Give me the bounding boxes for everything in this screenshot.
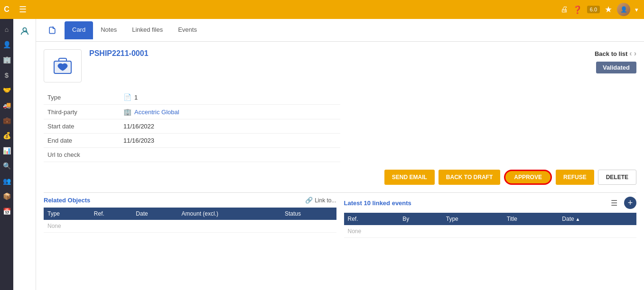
related-objects-table: Type Ref. Date Amount (excl.) Status Non…	[44, 208, 336, 233]
help-icon[interactable]: ❓	[573, 5, 582, 14]
linked-events-empty-row: None	[344, 225, 637, 238]
tab-events[interactable]: Events	[170, 21, 205, 39]
related-objects-actions: 🔗 Link to...	[305, 197, 336, 204]
menu-icon[interactable]: ☰	[19, 4, 27, 15]
events-menu-icon[interactable]: ☰	[608, 197, 620, 209]
dark-sidebar: C ⌂ 👤 🏢 $ 🤝 🚚 💼 💰 📊 🔍 👥 📦 📅	[0, 0, 13, 290]
record-header: PSHIP2211-0001 Back to list ‹ › Validate…	[36, 42, 644, 82]
record-icon-box	[44, 49, 82, 82]
nav-box[interactable]: 📦	[0, 190, 13, 203]
field-row-url: Url to check	[44, 148, 340, 162]
nav-calendar[interactable]: 📅	[0, 205, 13, 218]
nav-briefcase[interactable]: 💼	[0, 114, 13, 127]
send-email-button[interactable]: SEND EMAIL	[384, 170, 435, 185]
field-row-type: Type 📄 1	[44, 90, 340, 105]
col-ref: Ref.	[90, 208, 132, 220]
field-label-end-date: End date	[44, 134, 120, 148]
linked-events-panel: Latest 10 linked events ☰ + Ref. By Type	[344, 197, 637, 282]
field-value-type: 📄 1	[120, 90, 340, 105]
related-objects-title: Related Objects	[44, 197, 90, 204]
link-to-button[interactable]: 🔗 Link to...	[305, 197, 336, 204]
nav-dollar[interactable]: $	[0, 68, 13, 82]
linked-events-empty-cell: None	[344, 225, 637, 238]
related-objects-empty-cell: None	[44, 220, 336, 233]
col-by: By	[399, 213, 442, 225]
field-label-third-party: Third-party	[44, 105, 120, 119]
record-ref: PSHIP2211-0001	[89, 49, 595, 58]
user-avatar[interactable]: 👤	[617, 3, 630, 16]
tabs-bar: Card Notes Linked files Events	[36, 19, 644, 42]
nav-arrows: ‹ ›	[629, 49, 636, 58]
delete-button[interactable]: DELETE	[598, 170, 636, 185]
topbar: ☰ 🖨 ❓ 6.0 ★ 👤 ▾	[13, 0, 644, 19]
field-value-end-date: 11/16/2023	[120, 134, 340, 148]
field-label-type: Type	[44, 90, 120, 105]
end-date-value: 11/16/2023	[123, 137, 154, 144]
related-objects-header: Related Objects 🔗 Link to...	[44, 197, 336, 204]
link-icon: 🔗	[305, 197, 313, 204]
print-icon[interactable]: 🖨	[560, 5, 568, 14]
related-objects-empty-row: None	[44, 220, 336, 233]
refuse-button[interactable]: REFUSE	[556, 170, 594, 185]
field-label-start-date: Start date	[44, 119, 120, 134]
nav-chart[interactable]: 📊	[0, 144, 13, 157]
field-value-start-date: 11/16/2022	[120, 119, 340, 134]
third-party-name[interactable]: Accentric Global	[134, 109, 179, 116]
fields-table: Type 📄 1 Third-party	[44, 90, 340, 162]
fields-area: Type 📄 1 Third-party	[36, 82, 644, 162]
bottom-section: Related Objects 🔗 Link to... Type	[36, 197, 644, 290]
nav-coins[interactable]: 💰	[0, 129, 13, 142]
col-status: Status	[281, 208, 336, 220]
field-value-url[interactable]	[120, 148, 340, 162]
col-ref: Ref.	[344, 213, 399, 225]
tab-notes[interactable]: Notes	[93, 21, 124, 39]
back-to-list-link[interactable]: Back to list ‹ ›	[595, 49, 636, 58]
user-menu-chevron[interactable]: ▾	[635, 6, 638, 13]
sidebar-record-icon[interactable]	[16, 23, 33, 40]
back-to-draft-button[interactable]: BACK TO DRAFT	[439, 170, 500, 185]
nav-truck[interactable]: 🚚	[0, 99, 13, 112]
link-to-label: Link to...	[315, 197, 336, 204]
approve-button[interactable]: APPROVE	[504, 170, 552, 185]
content-area: Card Notes Linked files Events PSHIP2211…	[13, 19, 644, 290]
nav-building[interactable]: 🏢	[0, 53, 13, 66]
linked-events-actions: ☰ +	[608, 197, 636, 209]
col-date-sortable[interactable]: Date	[558, 213, 636, 225]
field-label-url: Url to check	[44, 148, 120, 162]
topbar-right: 🖨 ❓ 6.0 ★ 👤 ▾	[560, 3, 638, 16]
nav-users[interactable]: 👤	[0, 38, 13, 51]
start-date-value: 11/16/2022	[123, 123, 154, 130]
main-wrapper: ☰ 🖨 ❓ 6.0 ★ 👤 ▾	[13, 0, 644, 290]
related-objects-panel: Related Objects 🔗 Link to... Type	[44, 197, 336, 282]
tab-linked-files[interactable]: Linked files	[124, 21, 170, 39]
app-logo[interactable]: C	[0, 0, 13, 19]
icon-sidebar	[13, 19, 36, 290]
col-type: Type	[44, 208, 90, 220]
tab-card[interactable]: Card	[65, 21, 93, 39]
favorite-icon[interactable]: ★	[605, 4, 612, 15]
col-type: Type	[442, 213, 503, 225]
nav-icons: ⌂ 👤 🏢 $ 🤝 🚚 💼 💰 📊 🔍 👥 📦 📅	[0, 19, 13, 290]
col-amount: Amount (excl.)	[178, 208, 281, 220]
events-add-button[interactable]: +	[624, 197, 636, 209]
nav-person[interactable]: 👥	[0, 174, 13, 188]
version-badge: 6.0	[587, 6, 600, 13]
nav-search[interactable]: 🔍	[0, 159, 13, 172]
page-content: Card Notes Linked files Events PSHIP2211…	[36, 19, 644, 290]
linked-events-title: Latest 10 linked events	[344, 199, 411, 207]
field-row-end-date: End date 11/16/2023	[44, 134, 340, 148]
tab-bar-icon	[44, 22, 61, 39]
next-arrow[interactable]: ›	[634, 49, 636, 58]
col-date: Date	[132, 208, 177, 220]
actions-area: SEND EMAIL BACK TO DRAFT APPROVE REFUSE …	[36, 162, 644, 192]
record-title: PSHIP2211-0001	[89, 49, 595, 58]
status-badge: Validated	[596, 62, 636, 73]
nav-home[interactable]: ⌂	[0, 23, 13, 36]
field-value-third-party: 🏢 Accentric Global	[120, 105, 340, 119]
field-row-start-date: Start date 11/16/2022	[44, 119, 340, 134]
nav-handshake[interactable]: 🤝	[0, 83, 13, 97]
col-title: Title	[503, 213, 559, 225]
type-value: 1	[134, 94, 138, 101]
third-party-building-icon: 🏢	[123, 108, 131, 116]
prev-arrow[interactable]: ‹	[629, 49, 632, 58]
